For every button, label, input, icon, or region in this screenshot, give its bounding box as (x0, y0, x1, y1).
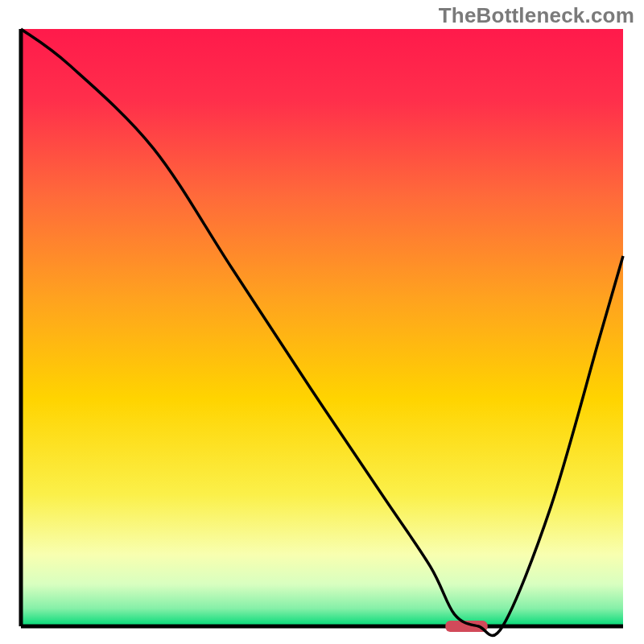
chart-container: TheBottleneck.com (0, 0, 644, 644)
watermark-text: TheBottleneck.com (439, 3, 634, 28)
chart-svg (0, 0, 644, 644)
plot-background (21, 29, 623, 626)
